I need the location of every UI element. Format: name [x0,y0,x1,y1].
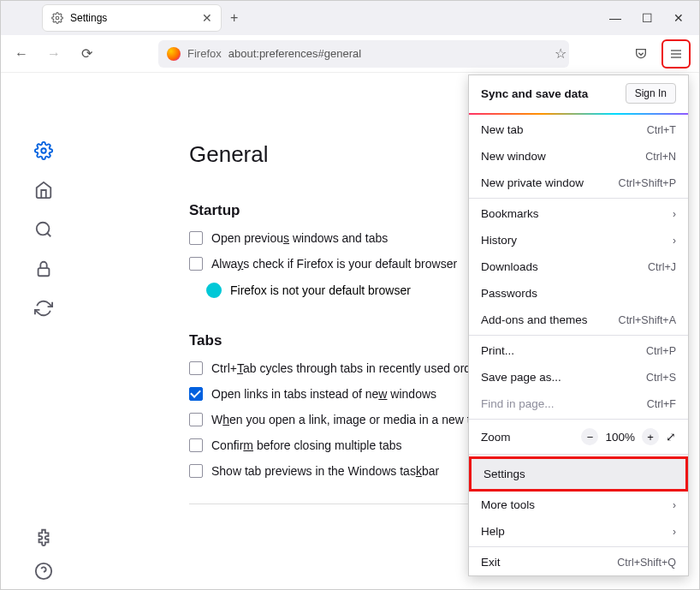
url-bar[interactable]: Firefox about:preferences#general [158,40,569,68]
sidebar-search-icon[interactable] [34,220,53,239]
confirm-checkbox[interactable] [189,438,203,452]
svg-line-6 [47,233,50,236]
zoom-label: Zoom [481,431,574,444]
titlebar: Settings ✕ + — ☐ ✕ [1,1,699,35]
menu-separator [469,546,688,547]
sidebar-bottom [1,527,86,581]
sad-face-icon [206,283,222,298]
ctrltab-label: Ctrl+Tab cycles through tabs in recently… [211,361,482,375]
always-check-label: Always check if Firefox is your default … [211,257,457,271]
sidebar-privacy-icon[interactable] [34,259,53,278]
menu-new-private[interactable]: New private windowCtrl+Shift+P [469,170,688,196]
menu-downloads[interactable]: DownloadsCtrl+J [469,253,688,280]
browser-tab[interactable]: Settings ✕ [42,4,222,32]
sidebar-extensions-icon[interactable] [34,527,53,546]
close-tab-icon[interactable]: ✕ [202,11,212,25]
openlinks-label: Open links in tabs instead of new window… [211,387,436,401]
sidebar-sync-icon[interactable] [34,299,53,318]
settings-sidebar [1,73,86,589]
firefox-icon [167,47,181,61]
sidebar-help-icon[interactable] [34,562,53,581]
minimize-button[interactable]: — [609,11,621,25]
open-previous-checkbox[interactable] [189,231,203,245]
openlinks-checkbox[interactable] [189,387,203,401]
menu-more-tools[interactable]: More tools› [469,492,688,518]
confirm-label: Confirm before closing multiple tabs [211,438,402,452]
ctrltab-checkbox[interactable] [189,361,203,375]
svg-point-0 [56,16,59,20]
menu-separator [469,454,688,455]
menu-new-window[interactable]: New windowCtrl+N [469,143,688,170]
taskbar-checkbox[interactable] [189,464,203,478]
forward-button[interactable]: → [42,42,66,66]
url-scheme: Firefox [187,47,222,60]
close-window-button[interactable]: ✕ [673,11,684,25]
menu-passwords[interactable]: Passwords [469,280,688,307]
menu-separator [469,419,688,420]
url-path: about:preferences#general [228,47,361,60]
menu-new-tab[interactable]: New tabCtrl+T [469,116,688,143]
svg-rect-7 [39,268,50,276]
reload-button[interactable]: ⟳ [74,42,98,66]
open-previous-label: Open previous windows and tabs [211,231,388,245]
maximize-button[interactable]: ☐ [642,11,653,25]
menu-sync-label: Sync and save data [481,87,588,100]
sign-in-button[interactable]: Sign In [626,83,676,104]
toolbar: ← → ⟳ Firefox about:preferences#general … [1,35,699,73]
new-tab-button[interactable]: + [230,10,238,26]
zoom-in-button[interactable]: + [642,428,659,445]
menu-print[interactable]: Print...Ctrl+P [469,337,688,364]
zoom-value: 100% [605,431,635,444]
switchto-checkbox[interactable] [189,413,203,426]
bookmark-star-icon[interactable]: ☆ [549,42,572,66]
menu-separator [469,198,688,199]
menu-history[interactable]: History› [469,227,688,253]
menu-bookmarks[interactable]: Bookmarks› [469,200,688,227]
window-controls: — ☐ ✕ [609,11,692,25]
fullscreen-button[interactable]: ⤢ [666,430,676,444]
menu-exit[interactable]: ExitCtrl+Shift+Q [469,549,688,575]
svg-point-5 [37,223,50,235]
svg-point-4 [41,148,46,153]
menu-sync-row: Sync and save data Sign In [469,75,688,111]
pocket-icon[interactable] [629,42,653,66]
menu-addons[interactable]: Add-ons and themesCtrl+Shift+A [469,307,688,333]
not-default-label: Firefox is not your default browser [230,283,411,297]
menu-settings[interactable]: Settings [469,456,688,492]
menu-help[interactable]: Help› [469,518,688,545]
menu-save-page[interactable]: Save page as...Ctrl+S [469,364,688,390]
sidebar-general-icon[interactable] [34,141,53,160]
always-check-checkbox[interactable] [189,257,203,271]
tab-title: Settings [70,12,195,24]
app-menu: Sync and save data Sign In New tabCtrl+T… [468,74,689,576]
menu-find-in-page: Find in page...Ctrl+F [469,390,688,417]
taskbar-label: Show tab previews in the Windows taskbar [211,464,439,478]
hamburger-highlight [661,39,691,69]
app-menu-button[interactable] [664,42,688,66]
menu-zoom-row: Zoom − 100% + ⤢ [469,421,688,452]
menu-separator [469,335,688,336]
menu-gradient-separator [469,113,688,115]
zoom-out-button[interactable]: − [581,428,598,445]
gear-icon [51,12,63,24]
sidebar-home-icon[interactable] [34,181,53,200]
back-button[interactable]: ← [9,42,33,66]
